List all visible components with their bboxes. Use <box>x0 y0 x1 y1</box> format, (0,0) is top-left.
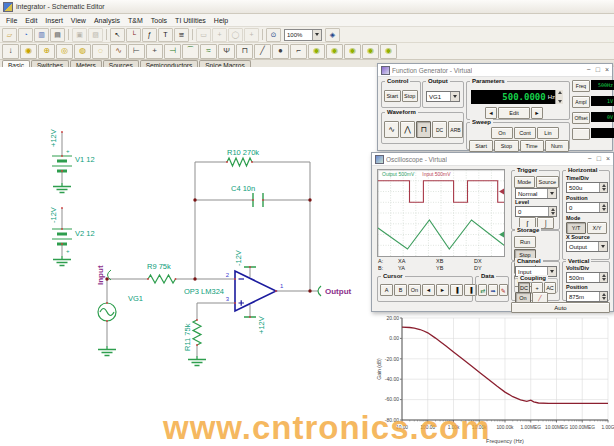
copy-icon[interactable]: ▣ <box>72 28 87 42</box>
ground-icon[interactable]: ↓ <box>2 44 19 59</box>
sweep-time-button[interactable]: Time <box>520 140 544 152</box>
cursor-first-button[interactable]: ▐ <box>450 284 463 296</box>
zoom-in-icon[interactable]: + <box>212 28 227 42</box>
battery-icon[interactable]: ◉ <box>20 44 37 59</box>
close-button[interactable]: × <box>606 154 610 164</box>
menu-tools[interactable]: Tools <box>147 17 171 24</box>
menu-tm[interactable]: T&M <box>124 17 147 24</box>
sweep-on-button[interactable]: On <box>491 127 513 139</box>
yt-mode-button[interactable]: Y/T <box>566 222 586 234</box>
cursor-left-button[interactable]: ◄ <box>422 284 435 296</box>
sweep-stop-button[interactable]: Stop <box>494 140 518 152</box>
interactive-mode-icon[interactable]: ◈ <box>325 28 340 42</box>
menu-help[interactable]: Help <box>210 17 232 24</box>
rect-select-icon[interactable]: ▭ <box>196 28 211 42</box>
dc-button[interactable]: DC <box>432 121 447 138</box>
arb-button[interactable]: ARB <box>448 121 463 138</box>
relay-icon[interactable]: ⊓ <box>236 44 253 59</box>
export-data-button[interactable]: ⇄ <box>478 284 487 296</box>
param-edit-button[interactable]: Edit <box>498 107 530 119</box>
cursor-on-button[interactable]: On <box>408 284 421 296</box>
zoom-level-combo[interactable]: 100% <box>284 29 322 41</box>
v-position-spinner[interactable]: 875m <box>566 291 608 302</box>
voltmeter-icon[interactable]: ◉ <box>326 44 343 59</box>
coupled-coils-icon[interactable]: ≈ <box>200 44 217 59</box>
chevron-down-icon[interactable] <box>547 267 556 276</box>
trigger-level-spinner[interactable]: 0 <box>515 206 557 217</box>
menu-file[interactable]: File <box>2 17 21 24</box>
sweep-lin-button[interactable]: Lin <box>537 127 559 139</box>
cursor-b-button[interactable]: B <box>394 284 407 296</box>
sine-wave-button[interactable]: ∿ <box>384 121 399 138</box>
current-source-icon[interactable]: ◎ <box>56 44 73 59</box>
zoom-out-icon[interactable]: ◯ <box>228 28 243 42</box>
menu-edit[interactable]: Edit <box>21 17 41 24</box>
cursor-right-button[interactable]: ► <box>436 284 449 296</box>
wattmeter-icon[interactable]: ◉ <box>362 44 379 59</box>
resistor-icon[interactable]: ∿ <box>110 44 127 59</box>
trigger-mode-button[interactable]: Mode <box>514 176 535 188</box>
fg-stop-button[interactable]: Stop <box>402 90 419 102</box>
h-position-spinner[interactable]: 0 <box>566 202 608 213</box>
pushbutton-icon[interactable]: ● <box>272 44 289 59</box>
x-source-select[interactable]: Output <box>566 241 608 252</box>
voltage-pin-icon[interactable]: ◉ <box>308 44 325 59</box>
run-button[interactable]: Run <box>514 236 536 248</box>
chevron-down-icon[interactable] <box>598 242 607 251</box>
pan-icon[interactable]: + <box>244 28 259 42</box>
triangle-wave-button[interactable]: ⋀ <box>400 121 415 138</box>
square-wave-button[interactable]: ⊓ <box>416 121 431 138</box>
voltage-source-icon[interactable]: ⊕ <box>38 44 55 59</box>
maximize-button[interactable]: □ <box>597 154 601 164</box>
ohmmeter-icon[interactable]: ◉ <box>380 44 397 59</box>
function-tool-icon[interactable]: ƒ <box>142 28 157 42</box>
minimize-button[interactable]: − <box>587 65 591 75</box>
trigger-mode-select[interactable]: Normal <box>515 188 557 199</box>
chevron-down-icon[interactable] <box>547 189 556 198</box>
param-next-button[interactable]: ► <box>531 107 543 119</box>
capacitor-icon[interactable]: ⊣ <box>164 44 181 59</box>
fg-output-select[interactable]: VG1 <box>426 91 460 102</box>
minimize-button[interactable]: − <box>588 154 592 164</box>
print-icon[interactable]: ▤ <box>50 28 65 42</box>
connector-icon[interactable]: ⌐ <box>290 44 307 59</box>
potentiometer-icon[interactable]: ⊢ <box>128 44 145 59</box>
menu-view[interactable]: View <box>67 17 90 24</box>
select-arrow-icon[interactable]: ↖ <box>110 28 125 42</box>
save-data-button[interactable]: ➡ <box>488 284 497 296</box>
time-div-spinner[interactable]: 500u <box>566 182 608 193</box>
fg-start-button[interactable]: Start <box>384 90 401 102</box>
switch-icon[interactable]: ╱ <box>254 44 271 59</box>
trigger-source-button[interactable]: Source <box>536 176 559 188</box>
wire-tool-icon[interactable]: └ <box>126 28 141 42</box>
current-generator-icon[interactable]: ◌ <box>92 44 109 59</box>
text-tool-icon[interactable]: T <box>158 28 173 42</box>
menu-analysis[interactable]: Analysis <box>90 17 124 24</box>
ammeter-icon[interactable]: ◉ <box>344 44 361 59</box>
save-icon[interactable]: ▥ <box>34 28 49 42</box>
magnifier-icon[interactable]: ⊙ <box>266 28 281 42</box>
chevron-down-icon[interactable] <box>312 30 321 40</box>
menu-ti-utilities[interactable]: TI Utilities <box>171 17 210 24</box>
close-button[interactable]: × <box>605 65 609 75</box>
chevron-down-icon[interactable] <box>450 92 459 101</box>
import-icon[interactable]: ◔ <box>18 28 33 42</box>
volts-div-spinner[interactable]: 500m <box>566 272 608 283</box>
edit-data-button[interactable]: ✎ <box>499 284 508 296</box>
cursor-a-button[interactable]: A <box>380 284 393 296</box>
maximize-button[interactable]: □ <box>596 65 600 75</box>
xy-mode-button[interactable]: X/Y <box>587 222 607 234</box>
sweep-num-button[interactable]: Num <box>545 140 569 152</box>
sweep-start-button[interactable]: Start <box>469 140 493 152</box>
open-icon[interactable]: ▱ <box>2 28 17 42</box>
sweep-cont-button[interactable]: Cont <box>514 127 536 139</box>
voltage-generator-icon[interactable]: ◍ <box>74 44 91 59</box>
param-prev-button[interactable]: ◄ <box>485 107 497 119</box>
paste-icon[interactable]: ▨ <box>88 28 103 42</box>
auto-button[interactable]: Auto <box>511 302 610 313</box>
equation-tool-icon[interactable]: ≌ <box>174 28 189 42</box>
transformer-icon[interactable]: Ψ <box>218 44 235 59</box>
trimmer-icon[interactable]: + <box>146 44 163 59</box>
inductor-icon[interactable]: ⌒ <box>182 44 199 59</box>
frequency-spinner[interactable] <box>555 90 563 104</box>
